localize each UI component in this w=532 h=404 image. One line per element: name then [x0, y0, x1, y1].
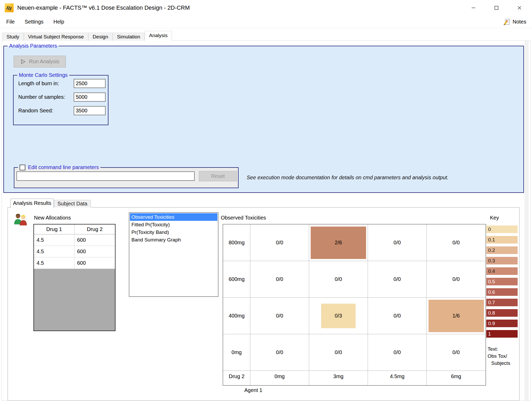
key-swatch: 0.8	[486, 309, 518, 317]
cmd-documentation-note: See execution mode documentation for det…	[247, 175, 449, 181]
grid-cell: 0/0	[368, 298, 427, 334]
random-seed-input[interactable]	[74, 106, 106, 115]
alloc-cell: 600	[74, 246, 115, 257]
app-icon-slashes	[6, 6, 12, 10]
random-seed-label: Random Seed:	[18, 106, 53, 115]
grid-cell: 0/0	[368, 261, 427, 298]
tab-subject-data[interactable]: Subject Data	[54, 200, 91, 207]
run-analysis-label: Run Analysis	[29, 59, 59, 65]
edit-cmd-checkbox[interactable]	[20, 165, 25, 170]
tab-design[interactable]: Design	[88, 33, 113, 41]
grid-cell-highlight: 0/3	[321, 304, 356, 328]
key-swatch: 1	[486, 330, 518, 338]
tab-virtual-subject-response[interactable]: Virtual Subject Response	[24, 33, 88, 41]
alloc-cell: 4.5	[34, 234, 74, 246]
alloc-cell: 4.5	[34, 246, 74, 257]
facts-window: { "colors": { "panel_blue": "#dcebfa", "…	[0, 0, 532, 404]
table-row: 4.5600	[34, 234, 115, 246]
new-allocations-title: New Allocations	[34, 215, 71, 221]
view-fitted-pr-toxicity[interactable]: Fitted Pr(Toxicity)	[130, 221, 217, 228]
key-swatch: 0.1	[486, 236, 518, 244]
grid-row-label: 600mg	[223, 261, 250, 298]
key-swatch-list: 00.10.20.30.40.50.60.70.80.91	[486, 226, 518, 340]
grid-cell: 0/0	[427, 334, 485, 371]
tab-simulation[interactable]: Simulation	[113, 33, 145, 41]
notes-icon	[503, 18, 511, 26]
key-swatch: 0.9	[486, 320, 518, 327]
grid-cell: 0/0	[427, 261, 485, 298]
length-of-burn-in-label: Length of burn in:	[18, 79, 59, 88]
analysis-parameters-label: Analysis Parameters	[8, 42, 59, 49]
maximize-button[interactable]	[485, 0, 508, 16]
key-title: Key	[490, 215, 499, 221]
minimize-icon	[471, 5, 476, 10]
reset-button[interactable]: Reset	[199, 171, 237, 181]
window-title: Neuen-example - FACTS™ v6.1 Dose Escalat…	[17, 0, 190, 16]
close-icon	[517, 5, 522, 10]
analysis-results-panel: New Allocations Drug 1Drug 2 4.56004.560…	[8, 207, 519, 401]
edit-cmd-label: Edit command line parameters	[28, 164, 99, 171]
view-observed-toxicities[interactable]: Observed Toxicities	[130, 213, 217, 221]
window-controls	[462, 0, 531, 16]
menu-settings[interactable]: Settings	[25, 16, 43, 28]
mc-field-row: Random Seed:	[14, 106, 108, 115]
grid-footer-row: Drug 20mg3mg4.5mg6mg	[223, 371, 485, 385]
menu-file[interactable]: File	[6, 16, 15, 28]
analysis-parameters-groupbox: Analysis Parameters Run Analysis Monte C…	[3, 46, 524, 193]
menu-items: FileSettingsHelp	[6, 16, 74, 28]
tab-analysis-results[interactable]: Analysis Results	[10, 199, 54, 208]
maximize-icon	[494, 5, 499, 10]
grid-col-label: 6mg	[427, 371, 485, 385]
new-allocations-table: Drug 1Drug 2 4.56004.56004.5600	[33, 224, 115, 331]
grid-row: 400mg0/00/30/01/6	[223, 298, 485, 334]
view-band-summary-graph[interactable]: Band Summary Graph	[130, 236, 217, 244]
key-note-line: Obs Tox/	[488, 353, 510, 360]
key-swatch: 0.3	[486, 257, 518, 264]
tab-study[interactable]: Study	[2, 33, 24, 41]
alloc-rows: 4.56004.56004.5600	[34, 234, 115, 269]
number-of-samples-input[interactable]	[74, 93, 106, 102]
view-pr-toxicity-band[interactable]: Pr(Toxicity Band)	[130, 228, 217, 236]
grid-cell: 0/0	[368, 334, 427, 371]
menu-help[interactable]: Help	[54, 16, 64, 28]
grid-row: 0mg0/00/00/00/0	[223, 334, 485, 371]
notes-button[interactable]: Notes	[503, 16, 526, 28]
length-of-burn-in-input[interactable]	[74, 79, 106, 88]
grid-row: 600mg0/00/00/00/0	[223, 261, 485, 298]
grid-row: 800mg0/02/60/00/0	[223, 224, 485, 261]
grid-row-label: 800mg	[223, 224, 250, 261]
grid-cell: 1/6	[427, 298, 485, 334]
grid-cell: 0/0	[427, 224, 485, 261]
grid-cell: 0/0	[250, 298, 309, 334]
column-axis-label: Agent 1	[244, 387, 262, 393]
monte-carlo-label: Monte Carlo Settings	[17, 72, 69, 79]
alloc-cell: 600	[74, 257, 115, 269]
vertical-scrollbar[interactable]	[525, 41, 528, 400]
alloc-col-header: Drug 1	[34, 224, 74, 234]
grid-cell: 2/6	[309, 224, 368, 261]
app-icon	[5, 3, 14, 12]
cmd-parameters-legend: Edit command line parameters	[18, 164, 100, 171]
mc-field-row: Number of samples:	[14, 93, 108, 102]
alloc-header-row: Drug 1Drug 2	[34, 224, 115, 234]
key-swatch: 0.5	[486, 278, 518, 285]
close-button[interactable]	[508, 0, 531, 16]
minimize-button[interactable]	[462, 0, 485, 16]
grid-cell-highlight: 2/6	[311, 227, 366, 259]
grid-cell: 0/0	[250, 224, 309, 261]
title-bar: Neuen-example - FACTS™ v6.1 Dose Escalat…	[0, 0, 532, 16]
alloc-table-filler	[34, 269, 115, 331]
cmd-parameters-input[interactable]	[16, 171, 195, 181]
grid-row-axis-label: Drug 2	[223, 371, 250, 385]
run-analysis-button[interactable]: Run Analysis	[14, 56, 66, 67]
play-icon	[20, 59, 26, 65]
key-swatch: 0.6	[486, 288, 518, 296]
alloc-cell: 600	[74, 234, 115, 246]
grid-cell: 0/0	[250, 261, 309, 298]
grid-col-label: 0mg	[250, 371, 309, 385]
key-swatch: 0.2	[486, 246, 518, 254]
grid-cell: 0/0	[250, 334, 309, 371]
monte-carlo-groupbox: Monte Carlo Settings Length of burn in:N…	[13, 75, 108, 125]
tab-analysis[interactable]: Analysis	[144, 31, 172, 41]
table-row: 4.5600	[34, 246, 115, 257]
